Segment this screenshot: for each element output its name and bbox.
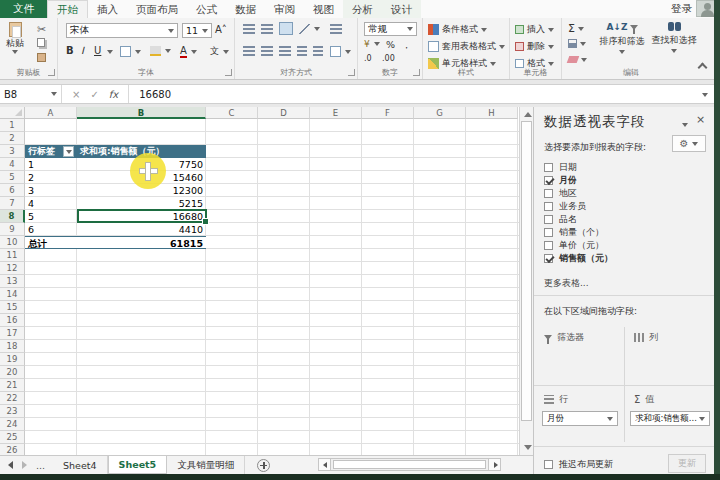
- filters-area[interactable]: 筛选器: [544, 331, 584, 344]
- scroll-down-icon[interactable]: [524, 445, 532, 450]
- field-item-销量（个）[interactable]: 销量（个）: [544, 226, 706, 239]
- pivot-total-value[interactable]: 61815: [77, 236, 206, 249]
- pivot-row-label-2[interactable]: 2: [25, 171, 77, 184]
- fill-color-button[interactable]: [150, 46, 171, 56]
- ribbon-tab-分析[interactable]: 分析: [343, 0, 382, 18]
- ribbon-tab-数据[interactable]: 数据: [226, 0, 265, 18]
- row-header-23[interactable]: 23: [0, 405, 25, 418]
- pivot-row-label-4[interactable]: 4: [25, 197, 77, 210]
- name-box[interactable]: B8: [0, 85, 62, 103]
- formula-input[interactable]: 16680: [129, 89, 696, 100]
- row-header-25[interactable]: 25: [0, 431, 25, 444]
- enter-button[interactable]: ✓: [90, 89, 98, 100]
- autosum-button[interactable]: Σ: [568, 22, 584, 35]
- pivot-total-label[interactable]: 总计: [25, 236, 77, 249]
- column-header-C[interactable]: C: [206, 107, 258, 119]
- paste-button[interactable]: 粘贴: [6, 22, 24, 54]
- pane-close-icon[interactable]: ×: [696, 115, 706, 125]
- field-item-日期[interactable]: 日期: [544, 161, 706, 174]
- cut-button[interactable]: ✂: [37, 23, 46, 36]
- field-checkbox-checked[interactable]: [544, 176, 553, 185]
- cancel-button[interactable]: ×: [72, 89, 80, 100]
- align-left-button[interactable]: [243, 46, 255, 56]
- row-header-11[interactable]: 11: [0, 249, 25, 262]
- row-header-24[interactable]: 24: [0, 418, 25, 431]
- row-header-10[interactable]: 10: [0, 236, 25, 249]
- row-header-8[interactable]: 8: [0, 210, 25, 223]
- font-name-combo[interactable]: 宋体: [66, 23, 178, 38]
- decrease-indent-button[interactable]: [297, 46, 307, 56]
- row-labels-filter-button[interactable]: [63, 146, 74, 157]
- row-header-12[interactable]: 12: [0, 262, 25, 275]
- pivot-row-label-1[interactable]: 1: [25, 158, 77, 171]
- row-header-18[interactable]: 18: [0, 340, 25, 353]
- orientation-button[interactable]: [299, 24, 320, 34]
- field-item-业务员[interactable]: 业务员: [544, 200, 706, 213]
- cells-area[interactable]: 行标签求和项:销售额（元）177502154603123004521551668…: [25, 119, 519, 455]
- column-header-F[interactable]: F: [362, 107, 414, 119]
- ribbon-tab-页面布局[interactable]: 页面布局: [127, 0, 187, 18]
- sheet-tab-Sheet5[interactable]: Sheet5: [108, 456, 168, 474]
- increase-decimal-button[interactable]: .0: [364, 54, 372, 63]
- defer-layout-checkbox[interactable]: 推迟布局更新: [544, 458, 613, 471]
- new-sheet-button[interactable]: [257, 459, 270, 472]
- font-size-combo[interactable]: 11: [182, 23, 212, 38]
- row-header-26[interactable]: 26: [0, 444, 25, 455]
- underline-button[interactable]: U: [94, 45, 101, 56]
- copy-button[interactable]: [37, 38, 45, 47]
- grow-font-button[interactable]: A˄: [215, 24, 227, 35]
- field-item-月份[interactable]: 月份: [544, 174, 706, 187]
- number-dialog-launcher[interactable]: [413, 69, 420, 76]
- row-header-15[interactable]: 15: [0, 301, 25, 314]
- scroll-left-button[interactable]: [318, 458, 331, 471]
- row-header-19[interactable]: 19: [0, 353, 25, 366]
- field-checkbox-unchecked[interactable]: [544, 189, 553, 198]
- row-header-16[interactable]: 16: [0, 314, 25, 327]
- sheet-tab-Sheet4[interactable]: Sheet4: [53, 456, 108, 474]
- scroll-right-button[interactable]: [488, 458, 501, 471]
- field-checkbox-unchecked[interactable]: [544, 228, 553, 237]
- merge-center-button[interactable]: [330, 46, 351, 57]
- clear-button[interactable]: [568, 56, 587, 63]
- borders-button[interactable]: [120, 46, 141, 57]
- insert-cells-button[interactable]: 插入: [515, 23, 554, 36]
- field-item-品名[interactable]: 品名: [544, 213, 706, 226]
- delete-cells-button[interactable]: 删除: [515, 40, 554, 53]
- pivot-row-label-3[interactable]: 3: [25, 184, 77, 197]
- wrap-text-button[interactable]: [330, 24, 342, 34]
- row-header-21[interactable]: 21: [0, 379, 25, 392]
- tools-gear-button[interactable]: ⚙: [672, 135, 706, 152]
- top-align-button[interactable]: [243, 24, 255, 34]
- row-header-14[interactable]: 14: [0, 288, 25, 301]
- row-header-4[interactable]: 4: [0, 158, 25, 171]
- ribbon-tab-视图[interactable]: 视图: [304, 0, 343, 18]
- field-checkbox-unchecked[interactable]: [544, 163, 553, 172]
- active-cell-selection[interactable]: [77, 209, 207, 223]
- phonetic-button[interactable]: 文: [210, 45, 229, 58]
- insert-function-button[interactable]: fx: [109, 89, 118, 100]
- number-format-combo[interactable]: 常规: [364, 22, 417, 36]
- font-dialog-launcher[interactable]: [225, 69, 232, 76]
- field-item-单价（元）[interactable]: 单价（元）: [544, 239, 706, 252]
- horizontal-scrollbar[interactable]: [318, 458, 501, 471]
- worksheet-grid[interactable]: ABCDEFGH 1234567891011121314151617181920…: [0, 107, 519, 455]
- pivot-value-6[interactable]: 4410: [77, 223, 206, 236]
- conditional-formatting-button[interactable]: 条件格式: [428, 23, 487, 36]
- vertical-scroll-thumb[interactable]: [521, 121, 532, 421]
- sign-in-link[interactable]: 登录: [671, 2, 692, 16]
- first-sheet-icon[interactable]: [8, 461, 13, 469]
- column-header-H[interactable]: H: [466, 107, 518, 119]
- pane-options-icon[interactable]: [682, 119, 688, 129]
- columns-area[interactable]: 列: [634, 331, 658, 344]
- align-center-button[interactable]: [261, 46, 273, 56]
- sheet-overflow-button[interactable]: ...: [36, 460, 45, 471]
- alignment-dialog-launcher[interactable]: [348, 69, 355, 76]
- font-color-button[interactable]: A: [180, 45, 197, 58]
- ribbon-tab-设计[interactable]: 设计: [382, 0, 421, 18]
- row-header-6[interactable]: 6: [0, 184, 25, 197]
- row-header-3[interactable]: 3: [0, 145, 25, 158]
- paste-dropdown-icon[interactable]: [12, 50, 18, 54]
- column-header-A[interactable]: A: [25, 107, 77, 119]
- column-header-D[interactable]: D: [258, 107, 310, 119]
- comma-style-button[interactable]: ，: [402, 39, 411, 52]
